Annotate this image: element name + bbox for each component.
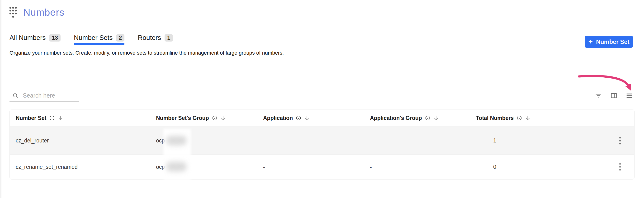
tab-all-numbers[interactable]: All Numbers 13 (10, 32, 60, 43)
columns-icon (610, 92, 618, 99)
filter-button[interactable] (594, 92, 602, 100)
tab-label: Routers (138, 34, 161, 42)
number-sets-table: Number Set Number Set's Group (10, 109, 634, 180)
table-header-row: Number Set Number Set's Group (10, 110, 634, 127)
redaction-blur (166, 136, 187, 145)
page-description: Organize your number sets. Create, modif… (10, 50, 284, 56)
column-label: Application (263, 115, 293, 121)
kebab-icon (618, 137, 622, 145)
info-icon[interactable] (425, 116, 430, 120)
column-label: Total Numbers (476, 115, 514, 121)
table-menu-button[interactable] (626, 92, 633, 100)
page-title: Numbers (23, 7, 64, 18)
columns-button[interactable] (610, 92, 618, 100)
info-icon[interactable] (212, 116, 217, 120)
cell-number-set: cz_rename_set_renamed (16, 164, 156, 170)
sort-desc-icon[interactable] (525, 115, 530, 121)
sort-desc-icon[interactable] (433, 115, 439, 121)
tab-count-badge: 2 (116, 34, 124, 42)
column-label: Number Set (16, 115, 46, 121)
info-icon[interactable] (50, 116, 54, 120)
search-box (10, 90, 79, 102)
search-icon (12, 92, 18, 99)
info-icon[interactable] (517, 116, 522, 120)
sort-desc-icon[interactable] (220, 115, 226, 121)
cell-number-set: cz_del_router (16, 138, 156, 144)
plus-icon: + (588, 38, 593, 45)
menu-icon (626, 92, 633, 99)
tab-label: All Numbers (10, 34, 46, 42)
cell-total-numbers: 1 (476, 138, 606, 144)
table-row[interactable]: cz_rename_set_renamed ocp - - 0 (10, 154, 634, 179)
column-header-total-numbers[interactable]: Total Numbers (476, 115, 606, 121)
row-actions-menu-button[interactable] (617, 162, 623, 172)
search-input[interactable] (23, 92, 75, 99)
page-header: Numbers (9, 7, 64, 18)
cell-application: - (263, 164, 370, 170)
table-toolbar (594, 92, 633, 100)
tab-count-badge: 1 (164, 34, 173, 42)
add-number-set-button[interactable]: + Number Set (585, 36, 633, 48)
add-number-set-label: Number Set (596, 38, 629, 45)
cell-total-numbers: 0 (476, 164, 606, 170)
table-row[interactable]: cz_del_router ocp - - 1 (10, 127, 634, 154)
cell-application: - (263, 138, 370, 144)
filter-icon (595, 92, 602, 99)
column-label: Application's Group (370, 115, 422, 121)
cell-applications-group: - (370, 164, 476, 170)
redaction-blur (166, 162, 187, 172)
row-actions-menu-button[interactable] (617, 135, 623, 146)
column-header-applications-group[interactable]: Application's Group (370, 115, 476, 121)
column-header-number-set[interactable]: Number Set (16, 115, 156, 121)
cell-applications-group: - (370, 138, 476, 144)
tab-bar: All Numbers 13 Number Sets 2 Routers 1 (10, 32, 173, 45)
column-label: Number Set's Group (156, 115, 209, 121)
sort-desc-icon[interactable] (304, 115, 310, 121)
column-header-application[interactable]: Application (263, 115, 370, 121)
kebab-icon (618, 163, 622, 171)
info-icon[interactable] (296, 116, 301, 120)
page-edge-strip (0, 0, 2, 198)
numbers-page: Numbers All Numbers 13 Number Sets 2 Rou… (0, 0, 644, 198)
column-header-number-sets-group[interactable]: Number Set's Group (156, 115, 263, 121)
tab-routers[interactable]: Routers 1 (138, 32, 173, 43)
sort-desc-icon[interactable] (58, 115, 63, 121)
dialpad-icon (9, 7, 17, 18)
tab-label: Number Sets (74, 34, 112, 42)
tab-count-badge: 13 (49, 34, 60, 42)
tab-number-sets[interactable]: Number Sets 2 (74, 32, 124, 43)
